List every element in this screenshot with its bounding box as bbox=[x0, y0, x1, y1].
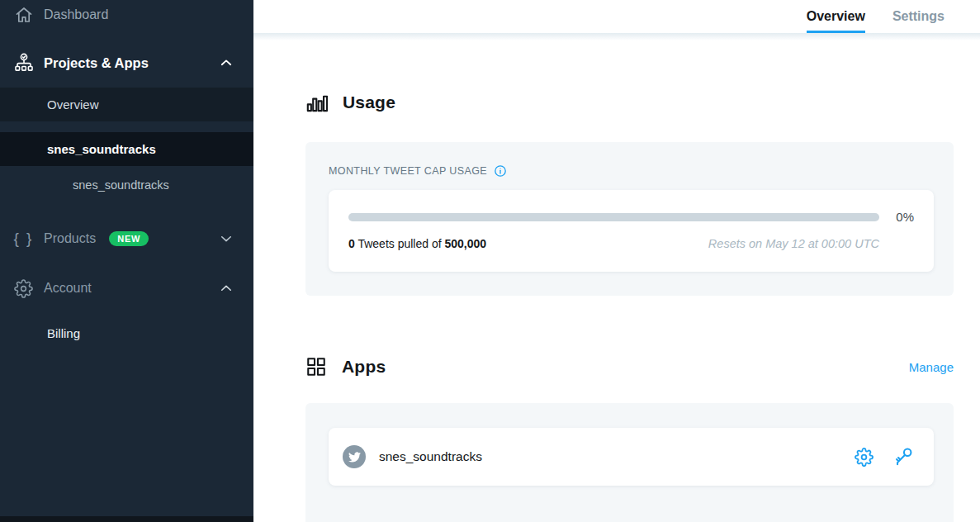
new-badge: NEW bbox=[109, 231, 149, 246]
sidebar-item-project-snes-soundtracks[interactable]: snes_soundtracks bbox=[0, 132, 253, 166]
usage-section-title: Usage bbox=[343, 93, 395, 112]
tab-label: Overview bbox=[807, 9, 865, 24]
progress-bar-track bbox=[348, 213, 879, 221]
apps-section-header: Apps Manage bbox=[305, 356, 954, 377]
tweets-pulled-count: 0 bbox=[348, 237, 355, 250]
tweet-cap-label-row: MONTHLY TWEET CAP USAGE bbox=[329, 164, 934, 178]
tweet-cap-progress-card: 0% 0 Tweets pulled of 500,000 Resets on … bbox=[329, 190, 934, 272]
tweet-cap-label: MONTHLY TWEET CAP USAGE bbox=[329, 165, 487, 177]
sidebar-item-account[interactable]: Account bbox=[0, 272, 253, 305]
app-name: snes_soundtracks bbox=[379, 449, 482, 464]
tweet-cap-total: 500,000 bbox=[445, 237, 487, 250]
app-actions bbox=[855, 446, 914, 467]
reset-date-note: Resets on May 12 at 00:00 UTC bbox=[708, 237, 879, 250]
gear-icon bbox=[12, 278, 35, 300]
main-area: Overview Settings Usage MONTHLY TWEET CA… bbox=[253, 0, 980, 522]
bar-chart-icon bbox=[305, 91, 328, 113]
grid-icon bbox=[305, 356, 327, 377]
sitemap-icon bbox=[12, 52, 35, 74]
sidebar-item-label: Overview bbox=[47, 97, 99, 112]
sidebar: Dashboard Projects & Apps Overview snes_… bbox=[0, 0, 253, 522]
chevron-up-icon[interactable] bbox=[219, 55, 234, 70]
app-avatar bbox=[343, 445, 366, 468]
progress-row: 0% bbox=[348, 210, 914, 224]
apps-card: snes_soundtracks bbox=[305, 403, 954, 522]
sidebar-item-projects-apps[interactable]: Projects & Apps bbox=[0, 45, 253, 80]
sidebar-item-label: snes_soundtracks bbox=[73, 178, 169, 192]
sidebar-item-label: Products bbox=[44, 231, 96, 246]
sidebar-item-dashboard[interactable]: Dashboard bbox=[0, 0, 253, 30]
page-content: Usage MONTHLY TWEET CAP USAGE 0% bbox=[253, 33, 980, 522]
app-settings-gear-icon[interactable] bbox=[855, 448, 873, 467]
progress-percent: 0% bbox=[879, 210, 914, 224]
chevron-up-icon[interactable] bbox=[219, 281, 234, 296]
sidebar-item-products[interactable]: { } Products NEW bbox=[0, 222, 253, 255]
info-icon[interactable] bbox=[494, 164, 507, 178]
tweets-pulled-text: Tweets pulled of bbox=[355, 237, 445, 250]
header-shadow bbox=[253, 33, 980, 40]
apps-title-group: Apps bbox=[305, 356, 386, 377]
tab-settings[interactable]: Settings bbox=[892, 0, 944, 33]
sidebar-item-billing[interactable]: Billing bbox=[0, 317, 253, 349]
sidebar-item-label: Billing bbox=[47, 326, 80, 340]
sidebar-item-label: snes_soundtracks bbox=[47, 142, 156, 156]
braces-icon: { } bbox=[12, 228, 35, 250]
sidebar-item-label: Account bbox=[44, 281, 92, 296]
tab-overview[interactable]: Overview bbox=[807, 0, 865, 33]
app-row[interactable]: snes_soundtracks bbox=[329, 428, 934, 486]
apps-section-title: Apps bbox=[342, 357, 386, 377]
sidebar-item-app-snes-soundtracks[interactable]: snes_soundtracks bbox=[0, 170, 253, 200]
chevron-down-icon[interactable] bbox=[219, 231, 234, 246]
tweets-pulled-stat: 0 Tweets pulled of 500,000 bbox=[348, 237, 486, 250]
home-icon bbox=[12, 4, 35, 26]
sidebar-bottom-strip bbox=[0, 516, 253, 522]
twitter-bird-icon bbox=[348, 451, 361, 463]
usage-section-header: Usage bbox=[305, 91, 954, 113]
sidebar-item-overview[interactable]: Overview bbox=[0, 88, 253, 121]
app-keys-key-icon[interactable] bbox=[892, 446, 914, 467]
manage-apps-link[interactable]: Manage bbox=[909, 360, 954, 374]
tweet-cap-card: MONTHLY TWEET CAP USAGE 0% 0 Tweets p bbox=[305, 142, 954, 296]
top-tab-bar: Overview Settings bbox=[253, 0, 980, 33]
sidebar-item-label: Dashboard bbox=[44, 7, 108, 22]
sidebar-item-label: Projects & Apps bbox=[44, 55, 149, 71]
progress-stats-row: 0 Tweets pulled of 500,000 Resets on May… bbox=[348, 237, 914, 250]
tab-label: Settings bbox=[892, 9, 944, 24]
